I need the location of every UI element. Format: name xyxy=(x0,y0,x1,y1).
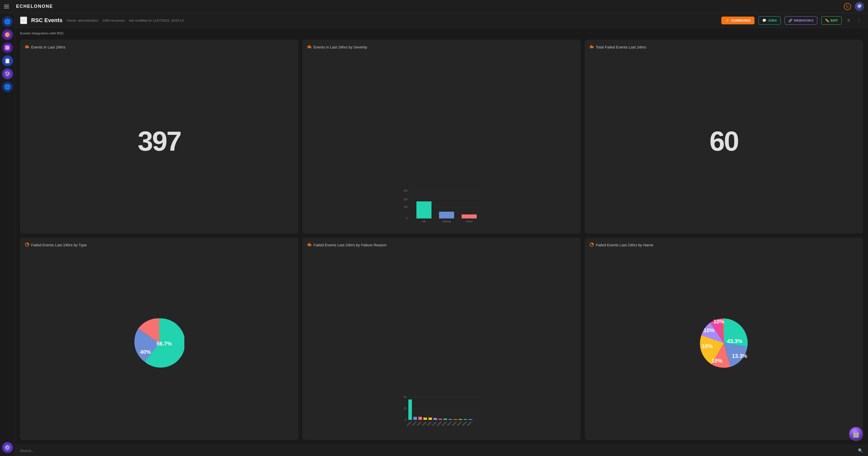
svg-text:10%: 10% xyxy=(702,343,713,349)
widget-header-6: Failed Events Last 24hrs by Name xyxy=(590,242,858,247)
svg-rect-0 xyxy=(25,46,26,48)
webhooks-button[interactable]: 🔗 WEBHOOKS xyxy=(785,16,817,25)
jobs-button[interactable]: 💬 JOBS xyxy=(758,16,780,25)
search-bar: 🔍 xyxy=(15,445,868,456)
chart-area-2: 400 200 100 0 Info Warning xyxy=(307,54,576,228)
widget-header-2: Events in Last 24hrs by Severity xyxy=(307,45,576,50)
svg-text:0: 0 xyxy=(406,217,408,220)
search-icon: 🔍 xyxy=(858,448,863,453)
widget-title-3: Total Failed Events Last 24hrs xyxy=(596,45,646,49)
back-button[interactable]: ← xyxy=(20,17,27,24)
assistant-avatar[interactable]: 🤖 xyxy=(849,427,863,441)
widget-icon-3 xyxy=(590,45,594,50)
pie-chart-4: 56.7% 40% xyxy=(134,318,184,368)
svg-rect-2 xyxy=(28,46,29,48)
webhook-icon: 🔗 xyxy=(788,19,793,22)
widget-icon-6 xyxy=(590,242,594,247)
widget-title-6: Failed Events Last 24hrs by Name xyxy=(596,243,653,247)
content: ← RSC Events Owner: administrators 1000 … xyxy=(15,13,868,456)
filter-button[interactable]: ≡ xyxy=(846,16,851,25)
page-title: RSC Events xyxy=(31,17,63,24)
svg-text:100: 100 xyxy=(403,206,408,208)
widget-events-severity: Events in Last 24hrs by Severity 400 200… xyxy=(302,40,581,233)
svg-text:Warning: Warning xyxy=(442,220,451,223)
svg-text:56.7%: 56.7% xyxy=(156,340,172,347)
user-avatar[interactable]: 🌍 xyxy=(855,2,864,11)
sidebar: 🌐 🎯 ⚛️ 📋 🔮 🌐 ⚙️ xyxy=(0,13,15,456)
widget-title-2: Events in Last 24hrs by Severity xyxy=(313,45,367,49)
widget-header-4: Failed Events Last 24hrs by Type xyxy=(25,242,293,247)
svg-rect-39 xyxy=(429,418,432,420)
svg-rect-42 xyxy=(443,419,447,420)
widget-icon-5 xyxy=(307,242,311,247)
svg-rect-4 xyxy=(309,45,310,48)
svg-rect-16 xyxy=(462,215,477,219)
svg-rect-36 xyxy=(413,417,417,420)
svg-text:0: 0 xyxy=(405,418,406,421)
widget-icon-4 xyxy=(25,242,29,247)
svg-rect-5 xyxy=(310,46,311,48)
widget-title-4: Failed Events Last 24hrs by Type xyxy=(31,243,87,247)
svg-text:200: 200 xyxy=(403,198,408,201)
sidebar-item-2[interactable]: 🎯 xyxy=(2,29,13,40)
svg-text:Info: Info xyxy=(422,220,426,223)
widget-total-failed: Total Failed Events Last 24hrs 60 xyxy=(585,40,863,233)
refresh-icon[interactable]: ↻ xyxy=(844,3,851,10)
svg-text:40: 40 xyxy=(404,396,407,398)
svg-text:Netw...: Netw... xyxy=(467,420,473,427)
pie-container-6: 43.3% 13.3% 10% 10% 10% 10% xyxy=(590,251,858,435)
svg-text:20: 20 xyxy=(404,407,407,410)
bar-chart-5: 40 20 0 xyxy=(307,395,576,435)
subheader: ← RSC Events Owner: administrators 1000 … xyxy=(15,13,868,28)
topbar-logo: ECHELONONE xyxy=(16,4,53,9)
more-button[interactable]: ⋮ xyxy=(856,16,863,25)
svg-text:10%: 10% xyxy=(712,358,722,364)
hamburger-icon[interactable] xyxy=(4,5,9,8)
svg-rect-46 xyxy=(464,419,467,420)
svg-text:40%: 40% xyxy=(140,349,151,355)
sidebar-item-1[interactable]: 🌐 xyxy=(2,16,13,27)
widget-icon-2 xyxy=(307,45,311,50)
widget-header-1: Events in Last 24hrs xyxy=(25,45,293,50)
edit-button[interactable]: ✏️ EDIT xyxy=(821,16,842,25)
svg-rect-35 xyxy=(408,399,412,420)
widget-title-1: Events in Last 24hrs xyxy=(31,45,65,49)
pie-container-4: 56.7% 40% xyxy=(25,251,293,435)
last-modified-meta: last modified on 11/07/2023, 18:02:14 xyxy=(129,19,184,22)
sidebar-item-4[interactable]: 📋 xyxy=(2,55,13,66)
svg-rect-40 xyxy=(434,418,437,420)
svg-rect-43 xyxy=(448,419,452,420)
lightning-icon: ⚡ xyxy=(725,19,730,22)
svg-rect-22 xyxy=(592,46,593,48)
section-label: Events integration with RSC xyxy=(15,28,868,37)
svg-rect-47 xyxy=(469,419,472,420)
widget-events-24hrs: Events in Last 24hrs 397 xyxy=(20,40,299,233)
widget-header-3: Total Failed Events Last 24hrs xyxy=(590,45,858,50)
owner-meta: Owner: administrators xyxy=(67,19,98,22)
svg-rect-38 xyxy=(424,418,427,420)
svg-rect-37 xyxy=(418,417,422,420)
bar-chart-2: 400 200 100 0 Info Warning xyxy=(307,188,576,228)
svg-text:13.3%: 13.3% xyxy=(732,353,747,359)
main-layout: 🌐 🎯 ⚛️ 📋 🔮 🌐 ⚙️ ← RSC Events Owner: admi… xyxy=(0,13,868,456)
search-input[interactable] xyxy=(20,449,855,453)
svg-rect-1 xyxy=(27,45,28,48)
pie-chart-6: 43.3% 13.3% 10% 10% 10% 10% xyxy=(699,318,749,368)
sidebar-item-5[interactable]: 🔮 xyxy=(2,68,13,79)
svg-rect-3 xyxy=(308,46,309,48)
commands-button[interactable]: ⚡ COMMANDS xyxy=(721,17,754,24)
svg-rect-15 xyxy=(439,212,454,219)
svg-rect-26 xyxy=(308,243,309,246)
sidebar-item-3[interactable]: ⚛️ xyxy=(2,42,13,53)
big-number-3: 60 xyxy=(590,54,858,228)
sidebar-item-6[interactable]: 🌐 xyxy=(2,82,13,92)
chart-area-5: 40 20 0 xyxy=(307,251,576,435)
topbar: ECHELONONE ↻ 🌍 xyxy=(0,0,868,13)
chat-icon: 💬 xyxy=(762,19,766,22)
pencil-icon: ✏️ xyxy=(825,19,829,22)
svg-rect-20 xyxy=(590,46,591,48)
widget-title-5: Failed Events Last 24hrs by Failure Reas… xyxy=(313,243,386,247)
svg-text:Critical: Critical xyxy=(466,220,473,223)
sidebar-item-settings[interactable]: ⚙️ xyxy=(2,442,13,453)
svg-rect-27 xyxy=(309,243,310,246)
